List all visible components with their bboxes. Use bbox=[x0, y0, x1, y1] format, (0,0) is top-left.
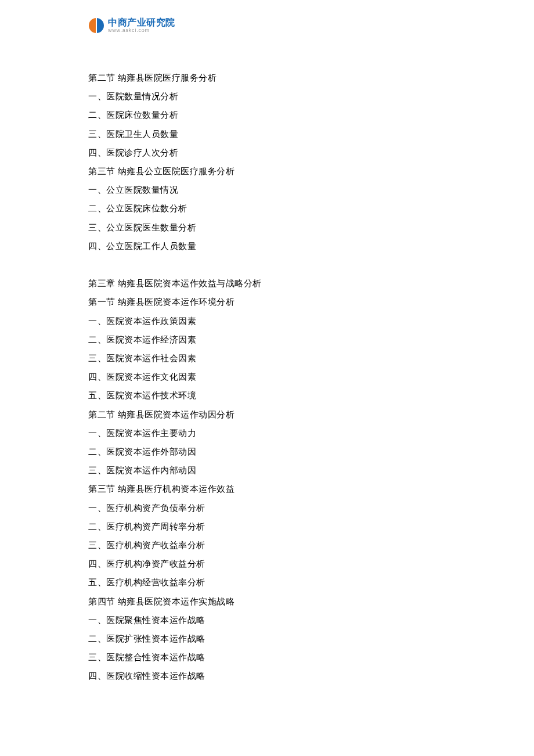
document-content: 第二节 纳雍县医院医疗服务分析 一、医院数量情况分析 二、医院床位数量分析 三、… bbox=[88, 69, 448, 686]
toc-line: 四、医院资本运作文化因素 bbox=[88, 368, 448, 386]
toc-line: 二、公立医院床位数分析 bbox=[88, 199, 448, 218]
toc-line: 一、医疗机构资产负债率分析 bbox=[88, 499, 448, 517]
toc-line: 一、医院资本运作政策因素 bbox=[88, 312, 448, 330]
toc-line: 第三章 纳雍县医院资本运作效益与战略分析 bbox=[88, 274, 448, 293]
toc-line: 四、医院收缩性资本运作战略 bbox=[88, 667, 448, 685]
toc-line: 一、医院数量情况分析 bbox=[88, 87, 448, 106]
toc-line: 三、医疗机构资产收益率分析 bbox=[88, 536, 448, 555]
toc-line: 三、医院卫生人员数量 bbox=[88, 125, 448, 143]
toc-line: 五、医疗机构经营收益率分析 bbox=[88, 573, 448, 592]
blank-line bbox=[88, 255, 448, 274]
toc-line: 二、医院床位数量分析 bbox=[88, 106, 448, 124]
toc-line: 二、医院扩张性资本运作战略 bbox=[88, 629, 448, 648]
toc-line: 三、医院资本运作内部动因 bbox=[88, 461, 448, 480]
logo-text: 中商产业研究院 www.askci.com bbox=[108, 18, 175, 33]
toc-line: 五、医院资本运作技术环境 bbox=[88, 386, 448, 405]
toc-line: 第二节 纳雍县医院资本运作动因分析 bbox=[88, 405, 448, 424]
toc-line: 第一节 纳雍县医院资本运作环境分析 bbox=[88, 293, 448, 311]
toc-line: 四、医疗机构净资产收益分析 bbox=[88, 555, 448, 573]
toc-line: 第三节 纳雍县医疗机构资本运作效益 bbox=[88, 480, 448, 498]
toc-line: 四、公立医院工作人员数量 bbox=[88, 237, 448, 255]
toc-line: 第二节 纳雍县医院医疗服务分析 bbox=[88, 69, 448, 87]
toc-line: 第三节 纳雍县公立医院医疗服务分析 bbox=[88, 162, 448, 181]
svg-rect-0 bbox=[96, 17, 97, 34]
toc-line: 一、医院资本运作主要动力 bbox=[88, 424, 448, 442]
toc-line: 二、医院资本运作经济因素 bbox=[88, 330, 448, 349]
logo: 中商产业研究院 www.askci.com bbox=[87, 16, 175, 35]
toc-line: 一、医院聚焦性资本运作战略 bbox=[88, 611, 448, 629]
logo-icon bbox=[87, 16, 106, 35]
logo-title: 中商产业研究院 bbox=[108, 18, 175, 27]
toc-line: 第四节 纳雍县医院资本运作实施战略 bbox=[88, 592, 448, 611]
toc-line: 二、医院资本运作外部动因 bbox=[88, 442, 448, 461]
logo-subtitle: www.askci.com bbox=[108, 28, 175, 33]
toc-line: 三、公立医院医生数量分析 bbox=[88, 218, 448, 237]
toc-line: 一、公立医院数量情况 bbox=[88, 181, 448, 199]
toc-line: 四、医院诊疗人次分析 bbox=[88, 143, 448, 162]
toc-line: 三、医院资本运作社会因素 bbox=[88, 349, 448, 368]
toc-line: 二、医疗机构资产周转率分析 bbox=[88, 517, 448, 536]
toc-line: 三、医院整合性资本运作战略 bbox=[88, 648, 448, 667]
